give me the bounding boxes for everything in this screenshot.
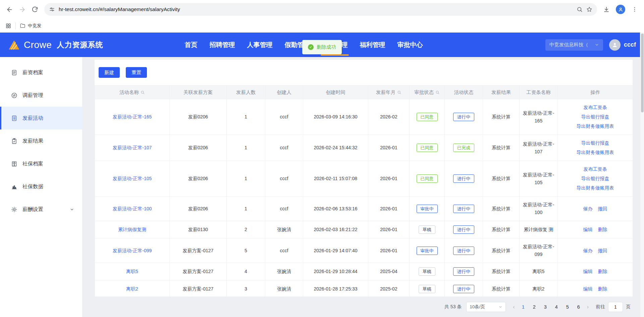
nav-item-2[interactable]: 招聘管理 [203,33,241,57]
row-action-link[interactable]: 编辑 [583,268,593,275]
prev-page-icon[interactable]: ‹ [511,304,517,310]
url-bar[interactable]: hr-test.croweit.cn/#/salaryManagement/sa… [44,3,597,16]
sidebar-item-2[interactable]: 调薪管理 [0,84,82,107]
sidebar-item-label: 薪资档案 [22,69,43,76]
row-action-link[interactable]: 导出财务做账用表 [560,122,630,130]
column-search-icon[interactable] [397,90,401,95]
row-action-link[interactable]: 撤回 [598,247,607,255]
pay-month: 2026-01 [368,135,410,161]
created-time: 2026-02-03 16:21:22 [303,221,368,239]
page-number[interactable]: 4 [551,302,561,312]
create-button[interactable]: 新建 [99,67,120,78]
row-action-link[interactable]: 导出财务做账用表 [560,184,630,192]
clipboard-check-icon [11,138,17,144]
pay-result: 系统计算 [483,99,520,135]
actions: 发布工资条导出银行报盘导出财务做账用表 [558,161,633,197]
approval-status: 已同意 [410,161,445,197]
forward-icon[interactable] [16,3,28,15]
activity-name-link[interactable]: 累计病假复测 [118,227,146,232]
back-icon[interactable] [3,3,15,15]
nav-item-7[interactable]: 审批中心 [391,33,429,57]
next-page-icon[interactable]: › [585,304,591,310]
activity-name-link[interactable]: 发薪活动-正常-100 [113,206,152,211]
page-number[interactable]: 5 [562,302,573,312]
activity-name-link[interactable]: 离职2 [126,286,138,292]
column-label: 活动状态 [454,89,474,96]
status-badge: 草稿 [419,285,435,293]
column-search-icon[interactable] [141,90,145,95]
archive-icon [11,161,17,167]
table-row: 发薪活动-正常-099发薪方案-01275cccf2026-01-29 14:0… [95,239,633,263]
page-number-active[interactable]: 1 [518,302,528,312]
star-icon[interactable] [586,6,592,12]
row-action-link[interactable]: 催办 [583,247,593,255]
row-action-link[interactable]: 发布工资条 [560,165,630,173]
table-row: 发薪活动-正常-107发薪02061cccf2026-02-24 15:44:3… [95,135,633,161]
column-header-1: 活动名称 [95,86,170,99]
row-action-link[interactable]: 导出银行报盘 [560,175,630,182]
company-select[interactable]: 中竞发信息科技（ [545,39,603,51]
row-action-link[interactable]: 删除 [598,268,607,275]
activity-name-link[interactable]: 离职5 [126,269,138,274]
goto-page-input[interactable] [608,302,623,312]
pagination-bar: 共 53 条 10条/页 ‹ 123456 › 前往 页 [82,297,644,317]
row-action-link[interactable]: 删除 [598,226,607,233]
browser-toolbar: hr-test.croweit.cn/#/salaryManagement/sa… [0,0,644,19]
content: 新建 重置 活动名称关联发薪方案发薪人数创建人创建时间发薪年月审批状态活动状态发… [82,57,644,317]
scrollbar-thumb[interactable] [641,34,644,112]
bookmark-folder[interactable]: 中竞发 [20,23,42,29]
page-size-select[interactable]: 10条/页 [466,302,506,312]
plan: 发薪0206 [170,135,227,161]
page-number[interactable]: 6 [574,302,584,312]
row-action-link[interactable]: 催办 [583,205,593,213]
sidebar-item-4[interactable]: 发薪结果 [0,129,82,152]
page-number[interactable]: 2 [529,302,539,312]
row-actions: 编辑删除 [560,226,630,233]
actions: 导出银行报盘导出财务做账用表 [558,135,633,161]
sidebar-item-7[interactable]: 薪酬设置 [0,198,82,221]
activity-name: 发薪活动-正常-105 [95,161,170,197]
row-action-link[interactable]: 编辑 [583,285,593,293]
brand: Crowe 人力资源系统 [8,40,103,50]
column-header-8: 活动状态 [445,86,483,99]
column-search-icon[interactable] [435,90,440,95]
row-action-link[interactable]: 撤回 [598,205,607,213]
nav-item-6[interactable]: 福利管理 [354,33,391,57]
activity-name-link[interactable]: 发薪活动-正常-165 [113,114,152,119]
menu-icon[interactable] [629,3,641,15]
row-action-link[interactable]: 删除 [598,285,607,293]
row-actions: 编辑删除 [560,285,630,293]
creator: cccf [265,197,303,221]
nav-item-3[interactable]: 人事管理 [241,33,278,57]
apps-grid-icon[interactable] [5,23,11,29]
row-action-link[interactable]: 导出银行报盘 [560,113,630,121]
creator: 张婉清 [265,221,303,239]
headcount: 3 [227,280,265,297]
user-chip[interactable]: cccf [609,39,636,51]
zoom-icon[interactable] [577,6,583,12]
column-header-2: 关联发薪方案 [170,86,227,99]
bookmark-folder-label: 中竞发 [28,23,42,29]
row-action-link[interactable]: 导出银行报盘 [560,139,630,147]
creator: cccf [265,239,303,263]
reset-button[interactable]: 重置 [126,67,147,78]
sidebar-item-5[interactable]: 社保档案 [0,152,82,175]
plan: 发薪0206 [170,197,227,221]
reload-icon[interactable] [29,3,41,15]
activity-name-link[interactable]: 发薪活动-正常-107 [113,145,152,150]
nav-item-1[interactable]: 首页 [178,33,203,57]
page-number[interactable]: 3 [540,302,550,312]
sidebar-item-6[interactable]: 社保数据 [0,175,82,198]
sidebar-item-3[interactable]: 发薪活动 [0,107,82,129]
pay-month: 2026-02 [368,99,410,135]
activity-name-link[interactable]: 发薪活动-正常-099 [113,248,152,253]
row-action-link[interactable]: 编辑 [583,226,593,233]
gear-icon [11,206,17,213]
profile-icon[interactable] [614,3,627,15]
tune-icon[interactable] [49,6,55,12]
row-action-link[interactable]: 发布工资条 [560,104,630,111]
download-icon[interactable] [600,3,612,15]
row-action-link[interactable]: 导出财务做账用表 [560,149,630,156]
sidebar-item-1[interactable]: 薪资档案 [0,61,82,84]
activity-name-link[interactable]: 发薪活动-正常-105 [113,176,152,181]
